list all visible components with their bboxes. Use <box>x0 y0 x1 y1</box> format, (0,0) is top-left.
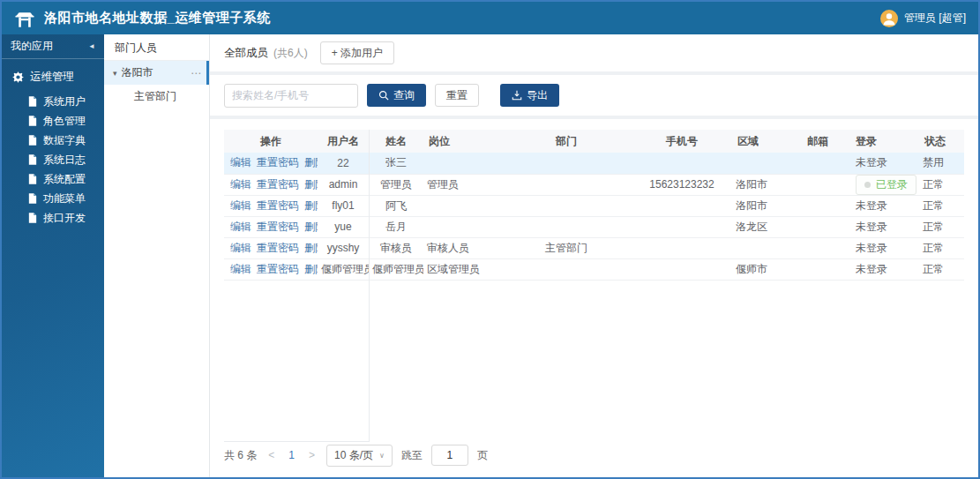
sidebar-item-label: 系统配置 <box>43 172 86 187</box>
reset-password-link[interactable]: 重置密码 <box>257 242 299 254</box>
cell-status: 正常 <box>919 237 964 258</box>
document-icon <box>28 135 37 146</box>
sidebar-items: 系统用户角色管理数据字典系统日志系统配置功能菜单接口开发 <box>2 92 104 228</box>
search-input[interactable] <box>224 84 358 108</box>
delete-link[interactable]: 删除 <box>304 156 318 168</box>
cell-email <box>794 237 842 258</box>
edit-link[interactable]: 编辑 <box>230 242 251 254</box>
cell-position: 审核人员 <box>423 237 501 258</box>
sidebar-item-label: 数据字典 <box>43 133 86 148</box>
tree-node-supervisor-dept[interactable]: 主管部门 <box>104 85 209 109</box>
sidebar-item-system-logs[interactable]: 系统日志 <box>2 150 104 169</box>
page-number-1[interactable]: 1 <box>286 449 297 461</box>
edit-link[interactable]: 编辑 <box>230 263 251 275</box>
table-row[interactable]: 编辑重置密码删除yysshy审核员审核人员主管部门未登录正常 <box>224 237 964 258</box>
column-header-email: 邮箱 <box>794 130 842 153</box>
cell-position: 管理员 <box>423 174 501 195</box>
query-button[interactable]: 查询 <box>367 84 426 107</box>
prev-page-button[interactable]: < <box>266 449 277 461</box>
delete-link[interactable]: 删除 <box>304 263 318 275</box>
document-icon <box>28 116 37 126</box>
table-row[interactable]: 编辑重置密码删除yue岳月洛龙区未登录正常 <box>224 216 964 237</box>
cell-phone <box>632 216 732 237</box>
row-actions: 编辑重置密码删除 <box>224 174 318 195</box>
delete-link[interactable]: 删除 <box>304 242 318 254</box>
sidebar-item-data-dictionary[interactable]: 数据字典 <box>2 131 104 150</box>
export-button[interactable]: 导出 <box>500 84 559 107</box>
members-label: 全部成员 <box>224 46 268 61</box>
reset-password-link[interactable]: 重置密码 <box>257 199 299 212</box>
delete-link[interactable]: 删除 <box>304 178 318 191</box>
cell-email <box>794 216 842 237</box>
user-menu[interactable]: 管理员 [超管] <box>880 10 966 27</box>
delete-link[interactable]: 删除 <box>304 199 318 212</box>
reset-password-link[interactable]: 重置密码 <box>257 263 299 275</box>
apps-label: 我的应用 <box>11 39 53 54</box>
main-content: 全部成员 (共6人) + 添加用户 查询 重置 <box>210 34 978 477</box>
jump-page-input[interactable] <box>431 445 468 466</box>
cell-status: 正常 <box>919 216 964 237</box>
reset-button[interactable]: 重置 <box>435 84 479 107</box>
cell-username: yue <box>318 216 369 237</box>
column-header-position: 岗位 <box>423 130 501 153</box>
cell-username: 偃师管理员 <box>318 258 369 280</box>
cell-phone: 15623123232 <box>632 174 732 195</box>
cell-login: 未登录 <box>842 258 919 280</box>
cell-name: 审核员 <box>369 237 423 258</box>
edit-link[interactable]: 编辑 <box>230 156 251 168</box>
edit-link[interactable]: 编辑 <box>230 178 251 191</box>
sidebar-item-function-menu[interactable]: 功能菜单 <box>2 189 104 208</box>
cell-email <box>794 195 842 216</box>
tree-caret-icon[interactable]: ▾ <box>113 69 117 78</box>
app-header: 洛阳市地名地址数据_运维管理子系统 管理员 [超管] <box>2 2 978 34</box>
cell-region: 洛阳市 <box>732 174 794 195</box>
table-row[interactable]: 编辑重置密码删除偃师管理员偃师管理员区域管理员偃师市未登录正常 <box>224 258 964 280</box>
jump-label: 跳至 <box>401 448 423 463</box>
sidebar-item-system-config[interactable]: 系统配置 <box>2 169 104 189</box>
cell-email <box>794 258 842 280</box>
reset-password-link[interactable]: 重置密码 <box>257 156 299 168</box>
table-row[interactable]: 编辑重置密码删除22张三未登录禁用 <box>224 153 964 174</box>
cell-login: 已登录 <box>842 174 919 195</box>
collapse-icon[interactable]: ◄ <box>88 42 95 50</box>
sidebar-item-label: 接口开发 <box>43 211 86 226</box>
cell-phone <box>632 237 732 258</box>
sidebar-group-ops-management[interactable]: 运维管理 <box>2 59 104 92</box>
page-size-select[interactable]: 10 条/页 ∨ <box>326 445 393 467</box>
reset-password-link[interactable]: 重置密码 <box>257 178 299 191</box>
add-user-button[interactable]: + 添加用户 <box>320 41 394 64</box>
cell-login: 未登录 <box>842 216 919 237</box>
department-panel-title: 部门人员 <box>104 34 209 61</box>
next-page-button[interactable]: > <box>306 449 318 461</box>
cell-status: 正常 <box>919 195 964 216</box>
tree-node-luoyang[interactable]: ▾ 洛阳市 ⋯ <box>104 61 209 85</box>
cell-region <box>732 153 794 174</box>
page-suffix-label: 页 <box>477 448 488 463</box>
tree-node-label: 洛阳市 <box>122 65 153 80</box>
sidebar-apps-header[interactable]: 我的应用 ◄ <box>2 34 104 59</box>
cell-department <box>501 195 632 216</box>
sidebar-item-label: 系统用户 <box>43 94 86 109</box>
sidebar-item-role-management[interactable]: 角色管理 <box>2 111 104 131</box>
cell-username: 22 <box>318 153 369 174</box>
avatar <box>880 10 898 27</box>
edit-link[interactable]: 编辑 <box>230 221 251 233</box>
app-logo-icon <box>14 10 35 27</box>
table-row[interactable]: 编辑重置密码删除fly01阿飞洛阳市未登录正常 <box>224 195 964 216</box>
cell-phone <box>632 258 732 280</box>
tree-more-icon[interactable]: ⋯ <box>191 67 202 79</box>
cell-status: 禁用 <box>919 153 964 174</box>
delete-link[interactable]: 删除 <box>304 221 318 233</box>
group-label: 运维管理 <box>30 70 74 85</box>
edit-link[interactable]: 编辑 <box>230 199 251 212</box>
cell-department <box>501 153 632 174</box>
row-actions: 编辑重置密码删除 <box>224 216 318 237</box>
cell-username: admin <box>318 174 369 195</box>
reset-password-link[interactable]: 重置密码 <box>257 221 299 233</box>
sidebar-item-api-development[interactable]: 接口开发 <box>2 208 104 228</box>
document-icon <box>28 213 37 223</box>
cell-position <box>423 153 501 174</box>
table-row[interactable]: 编辑重置密码删除admin管理员管理员15623123232洛阳市已登录正常 <box>224 174 964 195</box>
sidebar-item-system-users[interactable]: 系统用户 <box>2 92 104 111</box>
document-icon <box>28 154 37 165</box>
